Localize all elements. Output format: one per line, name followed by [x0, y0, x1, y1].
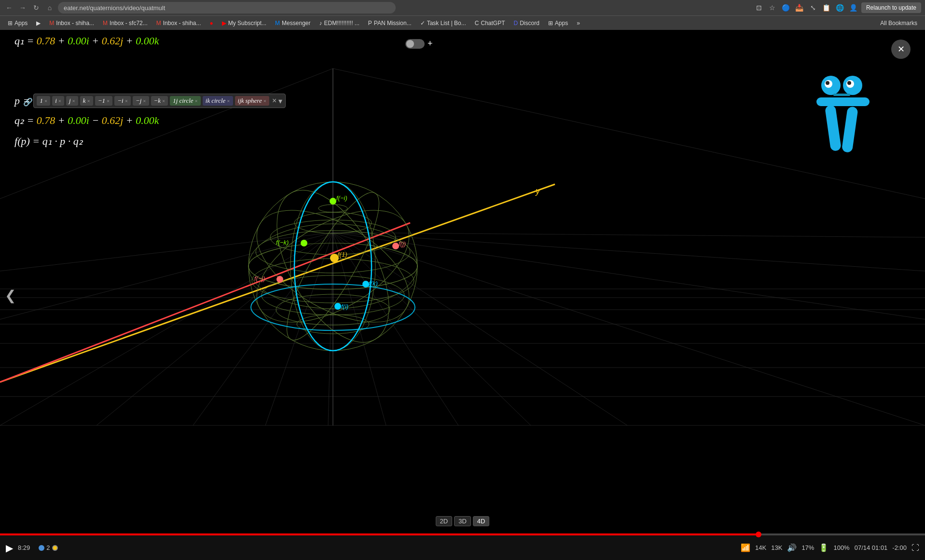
- tag-ijk-sphere[interactable]: ijk sphere ×: [235, 96, 269, 106]
- mascot-character: [804, 59, 882, 165]
- toggle-switch[interactable]: [405, 39, 425, 49]
- pan-icon: P: [368, 20, 372, 27]
- q1-j: 0.62j: [102, 35, 124, 47]
- progress-thumb[interactable]: [756, 532, 761, 537]
- svg-rect-59: [825, 105, 842, 151]
- fullscreen-button[interactable]: ⛶: [911, 544, 919, 552]
- play-button[interactable]: ▶: [6, 542, 13, 554]
- time-clock: 07/14 01:01: [855, 544, 888, 551]
- tags-dropdown[interactable]: ▾: [278, 96, 282, 106]
- back-button[interactable]: ←: [4, 2, 14, 13]
- chatgpt-icon: C: [475, 20, 479, 27]
- tag-ijk-remove[interactable]: ×: [263, 98, 266, 104]
- nav-bar: ← → ↻ ⌂ eater.net/quaternions/video/quat…: [0, 0, 925, 15]
- bookmark-edm[interactable]: ♪ EDM!!!!!!!!!! ...: [315, 18, 363, 28]
- bookmark-apps2[interactable]: ⊞ Apps: [544, 18, 572, 28]
- star-icon[interactable]: ☆: [767, 2, 778, 14]
- all-bookmarks[interactable]: All Bookmarks: [876, 18, 921, 28]
- remaining-time: -2:00: [892, 544, 907, 551]
- tag-negj-remove[interactable]: ×: [143, 98, 146, 104]
- tag-negi[interactable]: −i ×: [114, 96, 131, 106]
- forward-button[interactable]: →: [17, 2, 28, 13]
- bookmark-pan[interactable]: P PAN Mission...: [364, 18, 415, 28]
- tag-negk-remove[interactable]: ×: [162, 98, 165, 104]
- svg-text:f(i): f(i): [341, 303, 348, 310]
- extension-icon-5[interactable]: 📋: [821, 2, 832, 14]
- gmail-icon-3: M: [156, 20, 161, 27]
- tag-ik-remove[interactable]: ×: [227, 98, 230, 104]
- p-equals: =: [24, 95, 29, 107]
- tag-j[interactable]: j ×: [66, 96, 78, 106]
- apps-icon-2: ⊞: [548, 20, 553, 27]
- speed-3d[interactable]: 3D: [454, 516, 471, 526]
- profile-icon[interactable]: 👤: [848, 2, 859, 14]
- address-bar[interactable]: eater.net/quaternions/video/quatmult: [58, 2, 396, 14]
- tag-i-remove[interactable]: ×: [58, 98, 61, 104]
- bookmark-subscriptions[interactable]: ▶ My Subscript...: [218, 18, 270, 28]
- point-f-neg-k: [301, 240, 307, 246]
- bookmark-inbox3[interactable]: M Inbox - shiha...: [152, 18, 205, 28]
- clear-tags-button[interactable]: ×: [272, 96, 276, 105]
- messenger-icon: M: [275, 20, 280, 27]
- extension-icon-3[interactable]: 📥: [794, 2, 805, 14]
- svg-text:f(1): f(1): [338, 251, 347, 258]
- point-f-neg-i: [330, 198, 336, 205]
- speed-4d[interactable]: 4D: [473, 516, 490, 526]
- bookmark-messenger[interactable]: M Messenger: [271, 18, 314, 28]
- back-arrow-icon: ❮: [5, 287, 16, 302]
- tag-i[interactable]: i ×: [52, 96, 64, 106]
- progress-bar[interactable]: [0, 533, 925, 535]
- tag-j-remove[interactable]: ×: [72, 98, 75, 104]
- bookmark-apps[interactable]: ⊞ Apps: [4, 18, 31, 28]
- bookmark-inbox1[interactable]: M Inbox - shiha...: [45, 18, 98, 28]
- tag-neg1-remove[interactable]: ×: [107, 98, 110, 104]
- q2-label: q₂ =: [14, 114, 37, 126]
- tag-1j-remove[interactable]: ×: [195, 98, 198, 104]
- plus-button[interactable]: +: [428, 39, 433, 49]
- bookmark-circle[interactable]: ●: [206, 18, 217, 28]
- task-icon: ✓: [420, 20, 425, 27]
- volume-icon[interactable]: 🔊: [787, 543, 797, 552]
- discord-icon: D: [513, 20, 518, 27]
- reload-button[interactable]: ↻: [31, 2, 41, 13]
- svg-point-56: [847, 81, 851, 85]
- q2-equation: q₂ = 0.78 + 0.00i − 0.62j + 0.00k: [14, 114, 159, 130]
- channel-number: 2: [46, 544, 50, 551]
- point-f-i: [334, 303, 341, 310]
- extension-icon-6[interactable]: 🌐: [834, 2, 846, 14]
- quality-display2: 13K: [771, 544, 782, 551]
- volume-percent: 17%: [801, 544, 814, 551]
- tag-neg1[interactable]: −1 ×: [95, 96, 113, 106]
- bookmark-discord[interactable]: D Discord: [510, 18, 543, 28]
- bookmark-more[interactable]: »: [573, 18, 584, 28]
- tag-1-remove[interactable]: ×: [44, 98, 47, 104]
- q2-k: 0.00k: [136, 114, 159, 126]
- tag-negk[interactable]: −k ×: [151, 96, 168, 106]
- controls-row: ▶ 8:29 2 📶 14K 13K 🔊 17% 🔋 100% 07/14 01…: [0, 535, 925, 560]
- tag-1j-circle[interactable]: 1j circle ×: [170, 96, 200, 106]
- tag-1[interactable]: 1 ×: [37, 96, 50, 106]
- tag-negj[interactable]: −j ×: [133, 96, 149, 106]
- svg-text:f(j): f(j): [399, 240, 406, 247]
- extension-icon-2[interactable]: 🔵: [780, 2, 792, 14]
- back-arrow-button[interactable]: ❮: [5, 287, 16, 303]
- close-icon: ✕: [897, 44, 905, 55]
- tag-ik-circle[interactable]: ik circle ×: [203, 96, 233, 106]
- bookmark-yt-icon[interactable]: ▶: [32, 18, 44, 28]
- speed-2d[interactable]: 2D: [436, 516, 453, 526]
- tag-container: 1 × i × j × k × −1 × −i × −j × −k × 1j c…: [33, 94, 286, 108]
- svg-rect-58: [816, 97, 870, 106]
- point-f-neg-j: [276, 276, 283, 283]
- tag-k[interactable]: k ×: [80, 96, 93, 106]
- relaunch-button[interactable]: Relaunch to update: [861, 2, 921, 13]
- bookmark-chatgpt[interactable]: C ChatGPT: [471, 18, 509, 28]
- close-button[interactable]: ✕: [891, 40, 911, 59]
- tag-k-remove[interactable]: ×: [87, 98, 90, 104]
- bookmark-inbox2[interactable]: M Inbox - sfc72...: [99, 18, 152, 28]
- extension-icon-1[interactable]: ⊡: [753, 2, 765, 14]
- bookmark-tasklist[interactable]: ✓ Task List | Bo...: [416, 18, 470, 28]
- tag-negi-remove[interactable]: ×: [125, 98, 128, 104]
- home-button[interactable]: ⌂: [44, 2, 55, 13]
- extension-icon-4[interactable]: ⤡: [807, 2, 819, 14]
- video-controls: ▶ 8:29 2 📶 14K 13K 🔊 17% 🔋 100% 07/14 01…: [0, 533, 925, 560]
